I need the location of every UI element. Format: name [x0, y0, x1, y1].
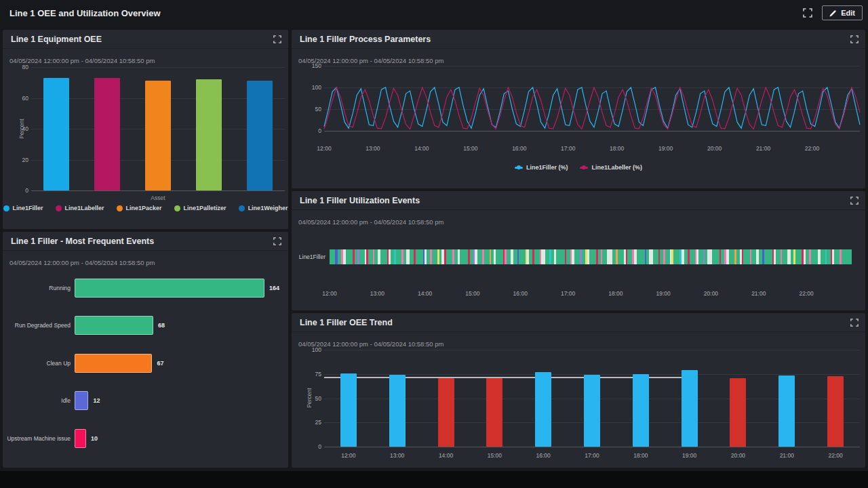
bar-value: 164: [269, 285, 279, 291]
timeline-segment: [396, 249, 401, 264]
legend-dot: [3, 205, 9, 211]
bar-value: 10: [91, 435, 98, 442]
timeline-segment: [607, 249, 612, 264]
timeline-segment: [410, 249, 414, 264]
timeline-segment: [653, 249, 658, 264]
x-tick-label: 17:00: [561, 290, 575, 297]
x-tick-label: 20:00: [704, 290, 718, 297]
x-tick-label: 16:00: [536, 452, 551, 459]
bar-19:00: [682, 370, 698, 447]
legend-marker: [580, 167, 588, 169]
frequent-events-chart: Running164Run Degraded Speed68Clean Up67…: [3, 232, 288, 468]
y-tick-label: 0: [304, 443, 321, 450]
x-tick-label: 17:00: [585, 452, 599, 459]
timeline-segment: [811, 249, 818, 264]
legend-item-Line1Labeller (%)[interactable]: Line1Labeller (%): [580, 164, 642, 171]
timeline-segment: [507, 249, 511, 264]
bar-Clean-Up: [75, 354, 152, 373]
dashboard-header: Line 1 OEE and Utilization Overview Edit: [0, 0, 868, 26]
legend-dot: [56, 205, 62, 211]
timeline-segment: [359, 249, 365, 264]
timeline-segment: [821, 249, 825, 264]
row-label-1: Run Degraded Speed: [5, 322, 71, 329]
legend-dot: [239, 205, 245, 211]
x-tick-label: 12:00: [322, 290, 336, 297]
timeline-segment: [534, 249, 540, 264]
bar-21:00: [778, 375, 795, 447]
y-tick-label: 20: [12, 157, 28, 163]
x-axis-label: Asset: [31, 195, 285, 201]
panel-process-params: Line 1 Filler Process Parameters 04/05/2…: [292, 30, 865, 188]
legend-dot: [174, 205, 180, 211]
timeline-segment: [764, 249, 772, 264]
timeline-segment: [346, 249, 353, 264]
row-label-2: Clean Up: [5, 360, 71, 367]
timeline-segment: [496, 249, 503, 264]
legend-label: Line1Labeller: [65, 205, 104, 211]
bar-Run-Degraded-Speed: [75, 316, 153, 335]
row-label-3: Idle: [5, 397, 71, 404]
x-tick-label: 19:00: [656, 290, 671, 297]
bar-15:00: [486, 378, 502, 447]
y-tick-label: 25: [304, 419, 321, 426]
bar-14:00: [438, 378, 454, 447]
legend-item-Line1Weigher[interactable]: Line1Weigher: [239, 205, 288, 211]
legend-label: Line1Weigher: [248, 205, 288, 211]
timeline-segment: [743, 249, 749, 264]
gridline: [324, 350, 860, 350]
bar-17:00: [584, 375, 600, 447]
gridline: [31, 67, 285, 68]
oee-trend-chart: 025507510012:0013:0014:0015:0016:0017:00…: [292, 313, 865, 468]
equipment-oee-chart: 020406080PercentAssetLine1FillerLine1Lab…: [3, 30, 288, 229]
x-tick-label: 16:00: [513, 290, 528, 297]
legend-marker: [515, 167, 523, 169]
bar-12:00: [340, 373, 357, 447]
bar-Line1Packer: [145, 81, 171, 190]
timeline-segment: [673, 249, 679, 264]
bar-18:00: [633, 374, 649, 447]
edit-button[interactable]: Edit: [822, 5, 863, 20]
legend-label: Line1Filler: [13, 205, 43, 211]
y-tick-label: 75: [304, 371, 321, 378]
y-tick-label: 100: [304, 346, 321, 353]
legend-label: Line1Packer: [126, 205, 162, 211]
x-tick-label: 12:00: [341, 452, 355, 459]
legend-item-Line1Palletizer[interactable]: Line1Palletizer: [174, 205, 226, 211]
legend-item-Line1Labeller[interactable]: Line1Labeller: [56, 205, 104, 211]
timeline-segment: [665, 249, 670, 264]
dashboard: Line 1 OEE and Utilization Overview Edit…: [0, 0, 868, 471]
y-axis-label: Percent: [306, 384, 313, 411]
x-tick-label: 15:00: [488, 452, 502, 459]
bar-value: 12: [93, 397, 100, 404]
timeline-segment: [602, 249, 607, 264]
y-tick-label: 60: [12, 95, 28, 102]
timeline-band: [330, 249, 853, 264]
y-tick-label: 80: [12, 64, 28, 70]
timeline-segment: [698, 249, 703, 264]
bar-Running: [75, 279, 264, 298]
timeline-segment: [330, 249, 335, 264]
legend-item-Line1Packer[interactable]: Line1Packer: [117, 205, 162, 211]
timeline-segment: [776, 249, 781, 264]
bar-value: 67: [157, 360, 163, 367]
timeline-segment: [416, 249, 423, 264]
gridline: [324, 447, 860, 447]
legend-item-Line1Filler[interactable]: Line1Filler: [3, 205, 43, 211]
bar-Upstream-Machine-issue: [75, 429, 86, 448]
bar-Line1Filler: [43, 78, 69, 190]
timeline-segment: [368, 249, 373, 264]
timeline-segment: [432, 249, 437, 264]
timeline-segment: [556, 249, 565, 264]
y-axis-label: Percent: [18, 115, 25, 142]
fullscreen-icon[interactable]: [803, 8, 812, 18]
timeline-segment: [842, 249, 852, 264]
bar-value: 68: [158, 322, 165, 329]
x-tick-label: 22:00: [799, 290, 813, 297]
legend-label: Line1Filler (%): [526, 164, 568, 171]
bar-Line1Palletizer: [196, 79, 222, 190]
panel-utilization-events: Line 1 Filler Utilization Events 04/05/2…: [292, 191, 865, 310]
gridline: [31, 190, 285, 191]
x-tick-label: 13:00: [370, 290, 384, 297]
legend-item-Line1Filler (%)[interactable]: Line1Filler (%): [515, 164, 568, 171]
timeline-segment: [834, 249, 840, 264]
